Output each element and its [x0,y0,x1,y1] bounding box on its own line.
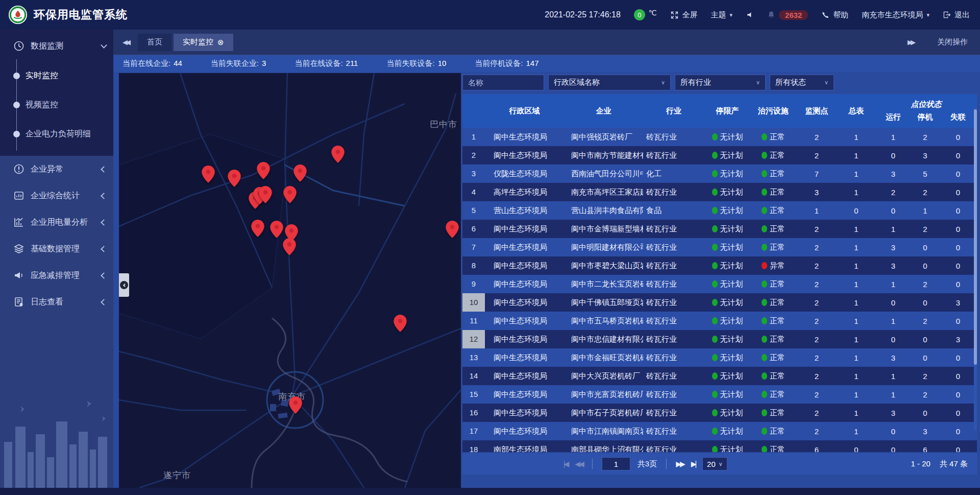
map-pin-icon[interactable] [283,238,296,255]
cell-total-meter: 1 [837,427,875,436]
help-button[interactable]: 帮助 [821,10,848,20]
table-row[interactable]: 10 阆中生态环境局 阆中千佛镇五郎垭页岩 砖瓦行业 无计划 正常 2 1 0 [462,293,977,312]
map-pin-icon[interactable] [289,396,302,414]
prev-page-button[interactable]: ◀◀ [575,460,583,468]
table-row[interactable]: 9 阆中生态环境局 阆中市二龙长宝页岩砖 砖瓦行业 无计划 正常 2 1 1 [462,275,977,293]
status-dot-icon [762,280,767,288]
company-list-panel: 行政区域名称 ∨ 所有行业 ∨ 所有状态 ∨ 行政区域 企业 行业 停限产 治污… [462,72,977,488]
table-row[interactable]: 13 阆中生态环境局 阆中市金福旺页岩机砖 砖瓦行业 无计划 正常 2 1 3 [462,348,977,367]
map-pin-icon[interactable] [259,186,272,203]
table-row[interactable]: 17 阆中生态环境局 阆中市江南镇阆南页岩 砖瓦行业 无计划 正常 2 1 0 [462,422,977,440]
layers-icon [13,243,24,254]
first-page-button[interactable]: |◀ [564,460,568,468]
table-row[interactable]: 3 仪陇生态环境局 西南油气田分公司川中 化工 无计划 正常 7 1 3 [462,164,977,183]
map-pin-icon[interactable] [446,221,459,238]
tab-home[interactable]: 首页 [138,34,172,51]
theme-menu[interactable]: 主题 ▾ [711,10,733,20]
mute-button[interactable] [746,11,754,19]
sidebar-item-company-abnormal[interactable]: 企业异常 [0,156,113,182]
row-index: 17 [462,422,485,440]
sidebar-item-realtime-monitor[interactable]: 实时监控 [0,61,113,90]
column-header-run: 运行 [875,112,911,122]
cell-company: 阆中市光富页岩机砖厂 [564,390,643,399]
scrollbar-thumb[interactable] [974,109,977,365]
table-row[interactable]: 6 阆中生态环境局 阆中市金博瑞新型墙材 砖瓦行业 无计划 正常 2 1 1 [462,220,977,238]
table-row[interactable]: 7 阆中生态环境局 阆中明阳建材有限公司 砖瓦行业 无计划 正常 2 1 3 [462,238,977,256]
table-row[interactable]: 5 营山生态环境局 营山县润丰肉食品有限 食品 无计划 正常 1 0 0 [462,201,977,220]
map-pin-icon[interactable] [257,162,270,179]
status-dot-icon [762,446,767,452]
table-row[interactable]: 4 高坪生态环境局 南充市高坪区王家店建 砖瓦行业 无计划 正常 3 1 2 [462,183,977,201]
cell-stop-plan: 无计划 [704,261,750,271]
name-search-input[interactable] [462,75,544,90]
table-row[interactable]: 14 阆中生态环境局 阆中大兴页岩机砖厂 砖瓦行业 无计划 正常 2 1 1 [462,367,977,385]
map-pin-icon[interactable] [283,186,297,203]
cell-industry: 砖瓦行业 [643,151,704,160]
next-page-button[interactable]: ▶▶ [676,460,684,468]
table-row[interactable]: 12 阆中生态环境局 阆中市忠信建材有限公 砖瓦行业 无计划 正常 2 1 0 [462,330,977,348]
cell-stop-plan: 无计划 [704,187,750,197]
sidebar-item-base-data[interactable]: 基础数据管理 [0,235,113,262]
cell-run-count: 0 [875,335,911,344]
sidebar-item-log-view[interactable]: 日志查看 [0,289,113,315]
table-row[interactable]: 18 南部生态环境局 南部县砌华上沼有限公 砖瓦行业 无计划 正常 6 0 0 [462,440,977,452]
map-pin-icon[interactable] [228,170,241,187]
table-row[interactable]: 16 阆中生态环境局 阆中市石子页岩机砖厂 砖瓦行业 无计划 正常 2 1 3 [462,404,977,422]
close-operations-button[interactable]: 关闭操作 [937,37,968,47]
column-header-index [462,94,485,128]
table-row[interactable]: 2 阆中生态环境局 阆中市南方节能建材有 砖瓦行业 无计划 正常 2 1 0 [462,146,977,164]
table-scrollbar[interactable] [974,107,977,430]
sidebar-item-power-analysis[interactable]: 企业用电量分析 [0,209,113,235]
cell-run-count: 0 [875,427,911,436]
region-select[interactable]: 行政区域名称 ∨ [548,75,671,90]
status-select[interactable]: 所有状态 ∨ [770,75,834,90]
fullscreen-icon [670,11,679,19]
fullscreen-button[interactable]: 全屏 [670,10,698,20]
table-row[interactable]: 11 阆中生态环境局 阆中市五马桥页岩机砖 砖瓦行业 无计划 正常 2 1 1 [462,312,977,330]
table-row[interactable]: 1 阆中生态环境局 阆中强锐页岩砖厂 砖瓦行业 无计划 正常 2 1 1 [462,128,977,146]
sidebar-item-power-load-detail[interactable]: 企业电力负荷明细 [0,120,113,149]
alarm-indicator[interactable]: 2632 [767,10,808,20]
close-icon[interactable]: ⊗ [217,38,224,47]
sidebar-item-data-monitor[interactable]: 数据监测 [0,33,113,59]
sidebar: 数据监测 实时监控 视频监控 企业电力负荷明细 企业异常 [0,30,113,488]
cell-total-meter: 1 [837,133,875,142]
sidebar-item-video-monitor[interactable]: 视频监控 [0,90,113,120]
tabs-scroll-left-button[interactable]: ◀◀ [113,38,138,46]
map-pin-icon[interactable] [251,220,264,237]
chevron-down-icon: ∨ [756,79,760,86]
map-collapse-handle[interactable] [119,273,129,297]
row-index: 18 [462,440,485,452]
column-header-halt: 停机 [911,112,939,122]
page-size-select[interactable]: 20 ∨ [702,457,727,470]
table-row[interactable]: 8 阆中生态环境局 阆中市枣碧大梁山页岩 砖瓦行业 无计划 异常 2 1 3 [462,256,977,275]
sidebar-item-company-statistics[interactable]: 企业综合统计 [0,182,113,209]
cell-total-meter: 1 [837,243,875,252]
page-number-input[interactable] [602,457,630,470]
last-page-button[interactable]: ▶| [691,460,695,468]
cell-lost-count: 0 [939,390,977,399]
map-pin-icon[interactable] [270,221,283,238]
chevron-left-icon [101,272,107,279]
industry-select[interactable]: 所有行业 ∨ [675,75,766,90]
tabs-scroll-right-button[interactable]: ▶▶ [898,38,923,46]
tab-realtime-monitor[interactable]: 实时监控 ⊗ [174,34,233,51]
map-pin-icon[interactable] [394,315,407,332]
table-row[interactable]: 15 阆中生态环境局 阆中市光富页岩机砖厂 砖瓦行业 无计划 正常 2 1 1 [462,385,977,404]
map-pin-icon[interactable] [202,166,215,183]
cell-total-meter: 1 [837,170,875,178]
stat-label: 当前在线设备: [295,59,342,68]
chevron-down-icon [101,42,107,49]
sidebar-item-emergency-reduction[interactable]: 应急减排管理 [0,262,113,289]
row-index: 9 [462,275,485,293]
cell-halt-count: 6 [911,445,939,453]
map-pin-icon[interactable] [331,146,345,163]
user-menu[interactable]: 南充市生态环境局 ▾ [862,10,929,20]
cell-facility: 正常 [750,206,796,216]
map-pin-icon[interactable] [293,164,307,182]
logout-button[interactable]: 退出 [943,10,970,20]
cell-region: 仪陇生态环境局 [485,169,564,179]
column-header-company: 企业 [564,94,643,128]
map-panel[interactable]: 巴中市 南充市 遂宁市 [119,73,461,488]
row-index: 16 [462,404,485,422]
